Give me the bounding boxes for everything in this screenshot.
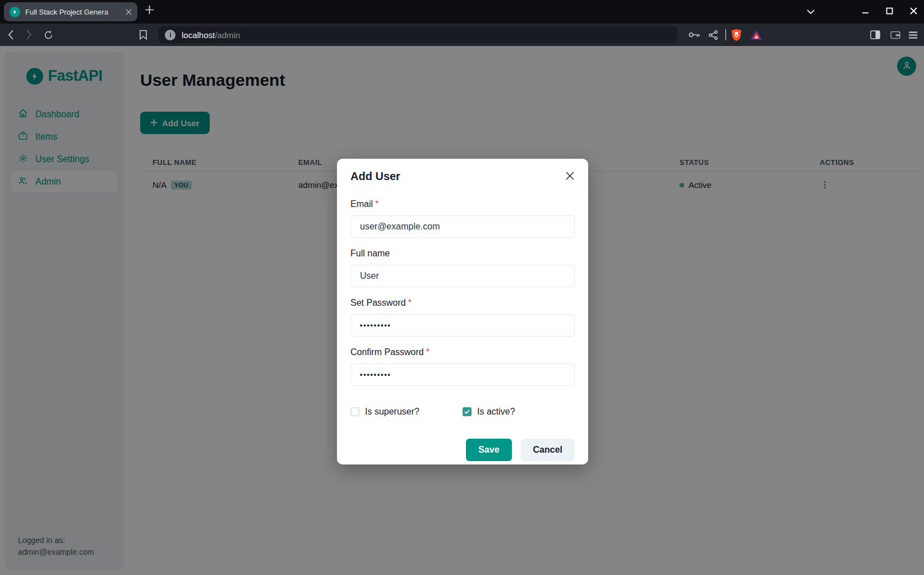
full-name-field[interactable]: [350, 265, 575, 287]
required-asterisk: *: [375, 199, 378, 209]
required-asterisk: *: [408, 298, 412, 307]
save-button[interactable]: Save: [466, 439, 511, 461]
toolbar-divider: [726, 24, 726, 46]
address-bar[interactable]: localhost/admin: [159, 26, 677, 43]
fastapi-favicon-icon: [10, 7, 20, 17]
menu-hamburger-icon[interactable]: [908, 24, 918, 46]
is-active-label: Is active?: [477, 407, 515, 417]
browser-tab[interactable]: Full Stack Project Genera: [4, 2, 137, 21]
forward-button[interactable]: [26, 24, 32, 46]
reload-button[interactable]: [44, 24, 53, 46]
url-host: localhost: [182, 30, 215, 40]
brave-shield-icon[interactable]: [731, 24, 742, 46]
modal-title: Add User: [350, 170, 575, 183]
full-name-label: Full name: [350, 247, 575, 260]
bookmark-icon[interactable]: [139, 24, 147, 46]
is-active-checkbox[interactable]: [463, 407, 472, 416]
sidebar-panel-icon[interactable]: [870, 24, 880, 46]
browser-titlebar: Full Stack Project Genera: [0, 0, 924, 24]
confirm-password-label: Confirm Password*: [350, 346, 575, 359]
maximize-button[interactable]: [886, 7, 893, 17]
email-label: Email*: [350, 197, 575, 211]
modal-close-icon[interactable]: [563, 169, 577, 185]
required-asterisk: *: [426, 347, 429, 357]
password-key-icon[interactable]: [689, 24, 700, 46]
tab-title: Full Stack Project Genera: [25, 7, 121, 17]
confirm-password-field[interactable]: [350, 364, 575, 386]
email-field[interactable]: [350, 215, 575, 238]
is-superuser-label: Is superuser?: [365, 407, 419, 417]
cancel-button[interactable]: Cancel: [521, 439, 575, 461]
close-window-button[interactable]: [910, 7, 917, 17]
set-password-field[interactable]: [350, 314, 575, 337]
browser-window: Full Stack Project Genera: [0, 0, 924, 575]
tab-close-icon[interactable]: [126, 9, 132, 15]
url-path: /admin: [215, 30, 240, 40]
new-tab-button[interactable]: [145, 5, 154, 17]
site-info-icon[interactable]: [165, 30, 175, 40]
minimize-button[interactable]: [862, 7, 869, 17]
url-text: localhost/admin: [182, 30, 240, 40]
tab-search-chevron-icon[interactable]: [807, 7, 815, 17]
browser-toolbar: localhost/admin 1: [0, 24, 924, 46]
share-icon[interactable]: [709, 24, 718, 46]
set-password-label: Set Password*: [350, 296, 575, 310]
wallet-icon[interactable]: [890, 24, 900, 46]
add-user-modal: Add User Email* Full name Set Password* …: [337, 159, 588, 464]
is-superuser-checkbox[interactable]: [350, 407, 359, 416]
back-button[interactable]: [8, 24, 14, 46]
